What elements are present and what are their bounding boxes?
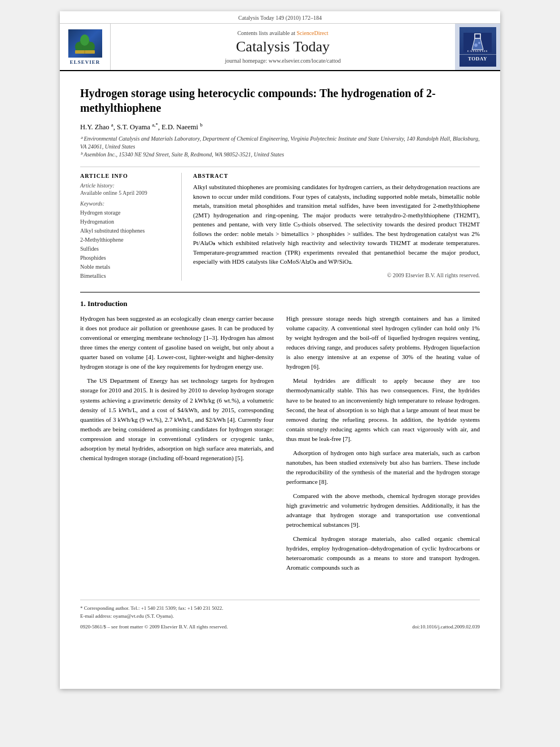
keyword-8: Bimetallics [80,272,173,281]
intro-col-right: High pressure storage needs high strengt… [286,314,480,577]
copyright-line: © 2009 Elsevier B.V. All rights reserved… [193,271,480,279]
journal-header: ELSEVIER Contents lists available at Sci… [60,24,500,71]
homepage-text: journal homepage: www.elsevier.com/locat… [225,58,341,64]
article-info-col: ARTICLE INFO Article history: Available … [80,173,182,281]
keywords-label: Keywords: [80,200,173,207]
section-number: 1. [80,299,86,308]
svg-point-9 [474,43,478,47]
elsevier-logo-image [68,29,102,58]
abstract-paragraph: Alkyl substituted thiophenes are promisi… [193,182,480,267]
intro-para-4: Metal hydrides are difficult to apply be… [286,376,480,443]
footer-bottom-row: 0920-5861/$ – see front matter © 2009 El… [80,623,480,631]
available-date: Available online 5 April 2009 [80,190,173,196]
intro-para-2: The US Department of Energy has set tech… [80,376,274,462]
email-note: E-mail address: oyama@vt.edu (S.T. Oyama… [80,613,480,621]
keywords-list: Hydrogen storage Hydrogenation Alkyl sub… [80,208,173,281]
journal-title-area: Contents lists available at ScienceDirec… [111,24,455,70]
keyword-1: Hydrogen storage [80,208,173,217]
keyword-7: Noble metals [80,263,173,272]
article-title: Hydrogen storage using heterocyclic comp… [80,86,480,115]
abstract-heading: ABSTRACT [193,173,480,179]
introduction-section: 1. Introduction Hydrogen has been sugges… [80,292,480,577]
journal-reference-text: Catalysis Today 149 (2010) 172–184 [238,15,322,21]
keyword-5: Sulfides [80,244,173,254]
intro-para-5: Adsorption of hydrogen onto high surface… [286,448,480,487]
journal-badge-area: CATALYSIS TODAY [455,24,500,70]
intro-para-3: High pressure storage needs high strengt… [286,314,480,372]
main-content: Hydrogen storage using heterocyclic comp… [60,71,500,588]
authors-line: H.Y. Zhao a, S.T. Oyama a,*, E.D. Naeemi… [80,122,480,132]
intro-para-6: Compared with the above methods, chemica… [286,491,480,530]
doi-text: doi:10.1016/j.cattod.2009.02.039 [412,623,480,631]
corresponding-note-text: * Corresponding author. Tel.: +1 540 231… [80,605,224,611]
elsevier-logo: ELSEVIER [68,29,102,65]
intro-para-7: Chemical hydrogen storage materials, als… [286,534,480,573]
abstract-col: ABSTRACT Alkyl substituted thiophenes ar… [193,173,480,281]
article-info-abstract-section: ARTICLE INFO Article history: Available … [80,167,480,281]
keyword-2: Hydrogenation [80,217,173,226]
badge-top-text: CATALYSIS [460,33,496,55]
abstract-text: Alkyl substituted thiophenes are promisi… [193,182,480,279]
email-note-text: E-mail address: oyama@vt.edu (S.T. Oyama… [80,613,174,619]
catalysis-badge: CATALYSIS TODAY [460,27,496,67]
intro-col-left: Hydrogen has been suggested as an ecolog… [80,314,274,577]
journal-homepage: journal homepage: www.elsevier.com/locat… [225,58,341,64]
academic-paper-page: Catalysis Today 149 (2010) 172–184 [60,11,500,689]
intro-body-columns: Hydrogen has been suggested as an ecolog… [80,314,480,577]
badge-main-text: TODAY [468,56,487,62]
science-direct-line: Contents lists available at ScienceDirec… [237,30,328,36]
corresponding-author-note: * Corresponding author. Tel.: +1 540 231… [80,605,480,613]
keyword-3: Alkyl substituted thiophenes [80,226,173,235]
svg-point-10 [478,42,480,44]
elsevier-logo-area: ELSEVIER [60,24,111,70]
affiliations: ᵃ Environmental Catalysis and Materials … [80,135,480,159]
keyword-6: Phosphides [80,254,173,263]
history-label: Article history: [80,182,173,189]
keyword-4: 2-Methylthiophene [80,235,173,244]
journal-top-reference: Catalysis Today 149 (2010) 172–184 [60,11,500,24]
svg-point-4 [80,34,89,46]
section-title: Introduction [88,299,128,308]
intro-heading: 1. Introduction [80,299,480,308]
article-info-heading: ARTICLE INFO [80,173,173,179]
affiliation-b: ᵇ Asemblon Inc., 15340 NE 92nd Street, S… [80,151,480,159]
svg-text:CATALYSIS: CATALYSIS [467,50,488,53]
issn-text: 0920-5861/$ – see front matter © 2009 El… [80,623,228,631]
contents-text: Contents lists available at [237,30,295,36]
science-direct-link[interactable]: ScienceDirect [296,30,328,36]
intro-para-1: Hydrogen has been suggested as an ecolog… [80,314,274,372]
elsevier-text: ELSEVIER [70,59,100,65]
affiliation-a: ᵃ Environmental Catalysis and Materials … [80,135,480,151]
page-footer: * Corresponding author. Tel.: +1 540 231… [80,600,480,631]
journal-title: Catalysis Today [236,38,330,55]
